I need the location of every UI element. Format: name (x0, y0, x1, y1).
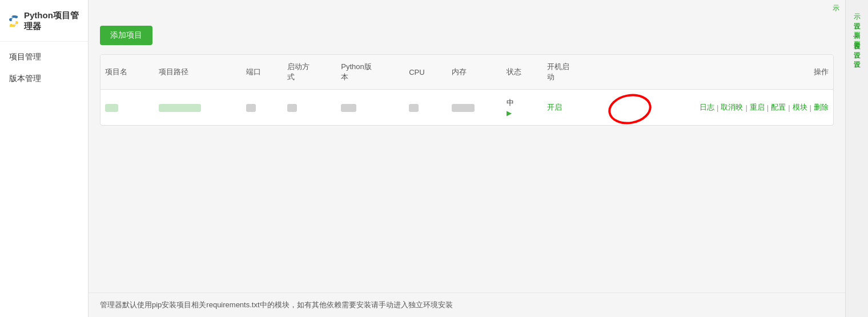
app-header: Python项目管理器 (0, 6, 88, 42)
cell-status: 中 ▶ (502, 90, 543, 126)
svg-point-0 (607, 92, 652, 126)
cell-project-name (101, 90, 154, 126)
python-icon (7, 14, 21, 28)
play-icon: ▶ (507, 109, 512, 117)
far-right-update-settings[interactable]: 更新|设置 (851, 33, 863, 39)
sidebar-item-version-manage-label: 版本管理 (9, 74, 41, 83)
top-right-area: 示 (89, 0, 845, 17)
bottom-info: 管理器默认使用pip安装项目相关requirements.txt中的模块，如有其… (89, 292, 845, 317)
far-right-panel: 示 设置 更新 更新|设置 设置 设置 (845, 0, 868, 317)
sep3: | (767, 103, 769, 112)
action-log[interactable]: 日志 (700, 102, 714, 113)
sep2: | (745, 103, 747, 112)
table-header-row: 项目名 项目路径 端口 启动方式 Python版本 CPU 内存 状态 开机启动… (101, 55, 833, 90)
col-project-path: 项目路径 (154, 55, 242, 90)
action-delete[interactable]: 删除 (814, 102, 829, 113)
projects-table: 项目名 项目路径 端口 启动方式 Python版本 CPU 内存 状态 开机启动… (101, 55, 833, 125)
project-name-blurred (105, 104, 118, 112)
sep5: | (810, 103, 811, 112)
col-actions: 操作 (597, 55, 833, 90)
far-right-show[interactable]: 示 (851, 6, 863, 10)
col-boot: 开机启动 (542, 55, 596, 90)
cell-actions: 日志 | 取消映 | 重启 | 配置 (597, 90, 833, 126)
col-project-name: 项目名 (101, 55, 154, 90)
app-title: Python项目管理器 (24, 10, 81, 32)
col-port: 端口 (242, 55, 283, 90)
status-container: 中 ▶ (507, 98, 539, 117)
action-cancel-map[interactable]: 取消映 (721, 102, 743, 113)
top-right-link[interactable]: 示 (833, 3, 839, 13)
cell-startup (283, 90, 336, 126)
col-cpu: CPU (404, 55, 447, 90)
main-panel: 示 添加项目 项目名 项目路径 端口 启动方式 Python版本 CPU 内存 … (89, 0, 845, 317)
far-right-settings3[interactable]: 设置 (851, 53, 863, 58)
sep4: | (788, 103, 790, 112)
circle-annotation (607, 92, 653, 126)
sidebar-item-project-manage-label: 项目管理 (9, 52, 41, 61)
status-text: 中 (507, 98, 514, 108)
main-content: 添加项目 项目名 项目路径 端口 启动方式 Python版本 CPU 内存 状态… (89, 17, 845, 292)
bottom-info-text: 管理器默认使用pip安装项目相关requirements.txt中的模块，如有其… (100, 300, 453, 309)
startup-blurred (287, 104, 297, 112)
actions-container: 日志 | 取消映 | 重启 | 配置 (601, 102, 829, 113)
sep1: | (717, 103, 718, 112)
col-status: 状态 (502, 55, 543, 90)
sidebar-item-project-manage[interactable]: 项目管理 (0, 46, 88, 68)
far-right-settings2[interactable]: 设置 (851, 44, 863, 49)
action-modules[interactable]: 模块 (793, 102, 807, 113)
cell-memory (447, 90, 502, 126)
project-path-blurred (159, 104, 200, 112)
boot-status: 开启 (547, 103, 562, 111)
far-right-update[interactable]: 更新 (851, 24, 863, 29)
sidebar-item-version-manage[interactable]: 版本管理 (0, 68, 88, 90)
cell-project-path (154, 90, 242, 126)
action-config[interactable]: 配置 (771, 102, 786, 113)
action-restart[interactable]: 重启 (750, 102, 765, 113)
table-row: 中 ▶ 开启 日志 | 取消映 (101, 90, 833, 126)
col-memory: 内存 (447, 55, 502, 90)
cell-python-version (336, 90, 404, 126)
cell-port (242, 90, 283, 126)
col-startup: 启动方式 (283, 55, 336, 90)
port-blurred (246, 104, 256, 112)
python-ver-blurred (341, 104, 356, 112)
far-right-settings1[interactable]: 设置 (851, 15, 863, 19)
add-project-button[interactable]: 添加项目 (100, 26, 152, 45)
memory-blurred (452, 104, 475, 112)
sidebar: Python项目管理器 项目管理 版本管理 (0, 0, 89, 317)
col-python-version: Python版本 (336, 55, 404, 90)
cpu-blurred (409, 104, 419, 112)
cell-boot: 开启 (542, 90, 596, 126)
cell-cpu (404, 90, 447, 126)
projects-table-container: 项目名 项目路径 端口 启动方式 Python版本 CPU 内存 状态 开机启动… (100, 54, 834, 126)
